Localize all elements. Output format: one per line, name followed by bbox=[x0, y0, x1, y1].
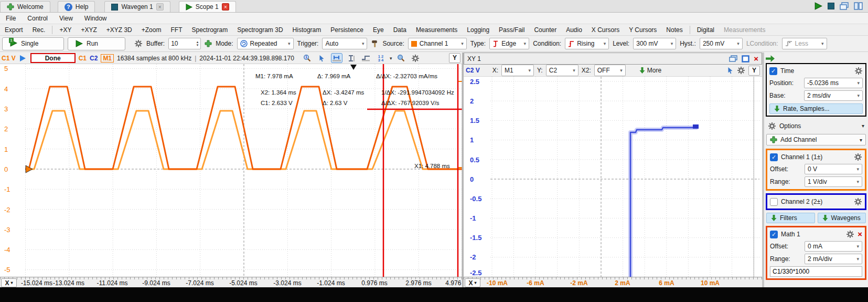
ribbon-logging[interactable]: Logging bbox=[462, 26, 494, 34]
mode-combo[interactable]: Repeated ▾ bbox=[237, 38, 294, 49]
base-combo[interactable]: 2 ms/div ▾ bbox=[804, 90, 863, 101]
xy-y-axis-button[interactable]: Y bbox=[748, 66, 760, 76]
ribbon-histogram[interactable]: Histogram bbox=[288, 26, 326, 34]
condition-combo[interactable]: Rising ▾ bbox=[565, 38, 609, 49]
wavegens-button[interactable]: Wavegens bbox=[818, 213, 866, 223]
ribbon-export[interactable]: Export bbox=[0, 26, 28, 34]
tab-help[interactable]: ? Help bbox=[58, 1, 95, 12]
hysteresis-combo[interactable]: 250 mV ▾ bbox=[700, 38, 743, 49]
add-buffer-icon[interactable] bbox=[205, 40, 212, 47]
position-combo[interactable]: -5.0236 ms ▾ bbox=[804, 78, 863, 88]
menu-view[interactable]: View bbox=[53, 15, 79, 22]
tab-scope[interactable]: Scope 1 × bbox=[179, 1, 236, 12]
channel2-gear-icon[interactable] bbox=[854, 197, 862, 206]
channel1-offset-combo[interactable]: 0 V ▾ bbox=[805, 164, 862, 174]
ribbon-counter[interactable]: Counter bbox=[529, 26, 561, 34]
run-button[interactable]: Run bbox=[68, 37, 125, 50]
math1-close-icon[interactable]: × bbox=[858, 231, 862, 238]
menu-file[interactable]: File bbox=[0, 15, 22, 22]
xy-more-button[interactable]: More bbox=[636, 65, 665, 76]
run-all-icon[interactable] bbox=[815, 2, 822, 10]
tab-scope-close-icon[interactable]: × bbox=[222, 3, 229, 11]
math1-gear-icon[interactable] bbox=[846, 230, 854, 238]
scope-options-gear-icon[interactable] bbox=[410, 53, 421, 63]
stop-all-icon[interactable] bbox=[828, 3, 834, 9]
tab-wavegen[interactable]: Wavegen 1 × bbox=[104, 1, 170, 12]
ribbon-xyz3d[interactable]: +XYZ 3D bbox=[102, 26, 137, 34]
scope-plot[interactable]: 5 4 3 2 1 0 -1 -2 -3 -4 -5 bbox=[0, 64, 462, 277]
tab-welcome[interactable]: Welcome bbox=[0, 1, 50, 12]
scope-axis-tag[interactable]: C1 V bbox=[2, 55, 16, 62]
xy-y-combo[interactable]: C2 ▾ bbox=[546, 65, 578, 76]
ribbon-data[interactable]: Data bbox=[389, 26, 411, 34]
buffer-spinner[interactable]: 10 ▴▾ bbox=[168, 38, 201, 49]
xy-window-titlebar[interactable]: XY 1 × bbox=[464, 53, 762, 65]
menu-control[interactable]: Control bbox=[22, 15, 53, 22]
xy-pointer-icon[interactable] bbox=[727, 67, 734, 74]
ribbon-fft[interactable]: FFT bbox=[166, 26, 187, 34]
scope-y-axis-button[interactable]: Y bbox=[449, 53, 460, 63]
ribbon-passfail[interactable]: Pass/Fail bbox=[494, 26, 529, 34]
ribbon-measurements[interactable]: Measurements bbox=[411, 26, 462, 34]
filters-button[interactable]: Filters bbox=[766, 213, 815, 223]
ribbon-spectrogram3d[interactable]: Spectrogram 3D bbox=[232, 26, 287, 34]
float-window-icon[interactable] bbox=[729, 55, 737, 63]
rate-samples-button[interactable]: Rate, Samples... bbox=[769, 103, 863, 114]
spinner-arrows-icon[interactable]: ▴▾ bbox=[197, 40, 199, 47]
xy-x-axis-button[interactable]: X▾ bbox=[465, 278, 480, 287]
tile-windows-icon[interactable] bbox=[854, 2, 863, 10]
time-checkbox[interactable]: ✓ bbox=[769, 67, 777, 75]
zoom-icon[interactable] bbox=[395, 53, 406, 63]
channel1-checkbox[interactable]: ✓ bbox=[770, 153, 778, 161]
step-cursor-mode-icon[interactable] bbox=[360, 53, 372, 63]
ribbon-rec[interactable]: Rec. bbox=[28, 26, 50, 34]
type-combo[interactable]: Edge ▾ bbox=[489, 38, 529, 49]
scope-x-axis-button[interactable]: X▾ bbox=[1, 278, 17, 287]
math1-checkbox[interactable]: ✓ bbox=[770, 231, 778, 238]
ribbon-audio[interactable]: Audio bbox=[561, 26, 587, 34]
options-row[interactable]: Options ▾ bbox=[766, 120, 866, 132]
ribbon-ycursors[interactable]: Y Cursors bbox=[624, 26, 661, 34]
single-button[interactable]: 1 Single bbox=[2, 37, 64, 50]
xy-plot[interactable]: 2.5 2 1.5 1 0.5 0 -0.5 -1 -1.5 -2 -2.5 bbox=[464, 77, 762, 277]
ribbon-xy[interactable]: +XY bbox=[55, 26, 76, 34]
ribbon-xcursors[interactable]: X Cursors bbox=[587, 26, 624, 34]
channel1-gear-icon[interactable] bbox=[854, 153, 862, 161]
buffer-gear-icon[interactable] bbox=[134, 39, 143, 48]
source-combo[interactable]: Channel 1 ▾ bbox=[408, 38, 467, 49]
ribbon-zoom[interactable]: +Zoom bbox=[137, 26, 166, 34]
zoom-one-icon[interactable]: 1 bbox=[302, 53, 313, 63]
pointer-mode-icon[interactable] bbox=[316, 53, 328, 63]
quad-view-icon[interactable]: 1 23 4 bbox=[375, 53, 387, 63]
chevron-down-icon[interactable]: ▾ bbox=[390, 56, 392, 61]
ribbon-notes[interactable]: Notes bbox=[661, 26, 687, 34]
maximize-window-icon[interactable] bbox=[742, 55, 749, 63]
channel1-range-combo[interactable]: 1 V/div ▾ bbox=[805, 176, 862, 187]
ribbon-spectrogram[interactable]: Spectrogram bbox=[187, 26, 232, 34]
math1-formula-input[interactable] bbox=[770, 266, 862, 277]
trigger-combo[interactable]: Auto ▾ bbox=[322, 38, 367, 49]
channel2-checkbox[interactable] bbox=[770, 198, 778, 206]
horizontal-cursor-mode-icon[interactable] bbox=[331, 53, 342, 63]
channel2-badge[interactable]: C2 bbox=[90, 55, 98, 62]
add-channel-button[interactable]: Add Channel ▾ bbox=[766, 134, 866, 145]
ribbon-digital[interactable]: Digital bbox=[692, 26, 719, 34]
xy-gear-icon[interactable] bbox=[737, 66, 745, 75]
vertical-cursor-mode-icon[interactable] bbox=[346, 53, 357, 63]
xy-axis-tag[interactable]: C2 V bbox=[466, 67, 480, 74]
trigger-hammer-icon[interactable] bbox=[371, 40, 379, 48]
menu-window[interactable]: Window bbox=[79, 15, 113, 22]
time-gear-icon[interactable] bbox=[854, 67, 863, 75]
channel1-badge[interactable]: C1 bbox=[79, 55, 87, 62]
ribbon-xyz[interactable]: +XYZ bbox=[76, 26, 101, 34]
math1-offset-combo[interactable]: 0 mA ▾ bbox=[805, 241, 862, 252]
math1-range-combo[interactable]: 2 mA/div ▾ bbox=[805, 254, 862, 264]
xy-x-combo[interactable]: M1 ▾ bbox=[501, 65, 534, 76]
level-combo[interactable]: 300 mV ▾ bbox=[633, 38, 676, 49]
trigger-time-marker[interactable] bbox=[350, 65, 357, 70]
tab-wavegen-close-icon[interactable]: × bbox=[156, 3, 164, 11]
math1-badge[interactable]: M1 bbox=[101, 54, 114, 63]
expand-arrow-icon[interactable] bbox=[19, 55, 27, 62]
xy-close-icon[interactable]: × bbox=[754, 55, 758, 63]
xy-x2-combo[interactable]: OFF ▾ bbox=[594, 65, 626, 76]
